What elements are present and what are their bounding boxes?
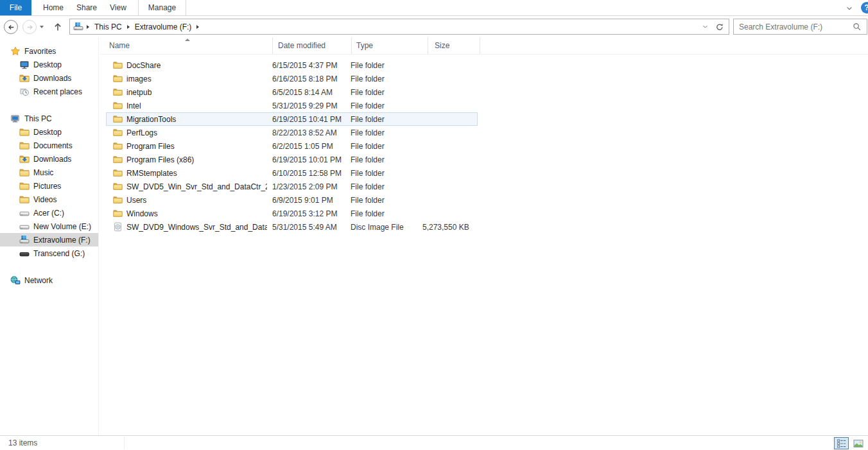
file-name: Program Files (x86) xyxy=(126,155,194,164)
folder-icon xyxy=(113,168,123,178)
file-row[interactable]: RMStemplates6/10/2015 12:58 PMFile folde… xyxy=(106,166,478,180)
sidebar-item-recent-places[interactable]: Recent places xyxy=(0,85,98,98)
file-date-modified: 6/15/2015 4:37 PM xyxy=(267,61,346,70)
file-name-cell: SW_DVD5_Win_Svr_Std_and_DataCtr_201... xyxy=(107,182,267,191)
file-name-cell: images xyxy=(107,74,267,83)
breadcrumb-item[interactable]: This PC xyxy=(91,22,126,31)
location-drive-icon xyxy=(73,22,83,32)
status-bar-divider xyxy=(124,437,125,449)
breadcrumb-separator-icon[interactable] xyxy=(127,25,130,29)
sidebar-item-new-volume-e-[interactable]: New Volume (E:) xyxy=(0,220,98,233)
file-row[interactable]: SW_DVD5_Win_Svr_Std_and_DataCtr_201...1/… xyxy=(106,180,478,193)
breadcrumb-separator-icon[interactable] xyxy=(196,25,199,29)
sidebar-item-extravolume-f-[interactable]: Extravolume (F:) xyxy=(0,233,98,247)
file-row[interactable]: Program Files (x86)6/19/2015 10:01 PMFil… xyxy=(106,153,478,166)
sidebar-item-downloads[interactable]: Downloads xyxy=(0,152,98,166)
tab-manage[interactable]: Manage xyxy=(138,0,186,15)
file-rows: DocShare6/15/2015 4:37 PMFile folderimag… xyxy=(100,58,868,234)
file-type: File folder xyxy=(346,101,422,110)
sidebar-item-downloads[interactable]: Downloads xyxy=(0,71,98,85)
refresh-icon[interactable] xyxy=(715,22,724,31)
file-name: RMStemplates xyxy=(126,169,177,178)
folder-icon xyxy=(113,155,123,164)
search-input[interactable] xyxy=(734,22,853,31)
address-dropdown-icon[interactable] xyxy=(702,23,709,30)
sidebar-section-favorites: FavoritesDesktopDownloadsRecent places xyxy=(0,44,98,98)
recent-locations-dropdown-icon[interactable] xyxy=(40,26,44,28)
sidebar-item-label: Favorites xyxy=(24,47,56,56)
breadcrumb-item[interactable]: Extravolume (F:) xyxy=(131,22,196,31)
thumbnails-view-button[interactable] xyxy=(851,437,865,449)
file-row[interactable]: MigrationTools6/19/2015 10:41 PMFile fol… xyxy=(106,112,478,126)
file-name: MigrationTools xyxy=(126,115,176,124)
sidebar-item-desktop[interactable]: Desktop xyxy=(0,58,98,71)
file-name: inetpub xyxy=(126,88,152,97)
file-type: Disc Image File xyxy=(346,223,422,232)
search-icon[interactable] xyxy=(853,22,862,31)
file-name: SW_DVD5_Win_Svr_Std_and_DataCtr_201... xyxy=(126,182,267,191)
sidebar-item-music[interactable]: Music xyxy=(0,166,98,179)
sidebar-item-label: Network xyxy=(24,276,53,285)
file-date-modified: 6/5/2015 8:14 AM xyxy=(267,88,346,97)
navigation-pane: FavoritesDesktopDownloadsRecent placesTh… xyxy=(0,37,99,435)
sidebar-item-transcend-g-[interactable]: Transcend (G:) xyxy=(0,247,98,260)
file-row[interactable]: Intel5/31/2015 9:29 PMFile folder xyxy=(106,99,478,112)
file-row[interactable]: SW_DVD9_Windows_Svr_Std_and_DataCt...5/3… xyxy=(106,220,478,234)
tab-share[interactable]: Share xyxy=(70,0,103,15)
column-header-type[interactable]: Type xyxy=(352,37,428,54)
tab-home[interactable]: Home xyxy=(37,0,70,15)
file-row[interactable]: images6/16/2015 8:18 PMFile folder xyxy=(106,72,478,85)
sidebar-item-this-pc[interactable]: This PC xyxy=(0,112,98,125)
file-name: images xyxy=(126,74,152,83)
sidebar-item-documents[interactable]: Documents xyxy=(0,139,98,152)
tab-view[interactable]: View xyxy=(103,0,133,15)
sidebar-item-pictures[interactable]: Pictures xyxy=(0,179,98,193)
file-row[interactable]: inetpub6/5/2015 8:14 AMFile folder xyxy=(106,85,478,99)
details-view-icon xyxy=(837,438,847,449)
file-date-modified: 8/22/2013 8:52 AM xyxy=(267,128,346,137)
disc-image-icon xyxy=(113,222,123,232)
file-row[interactable]: DocShare6/15/2015 4:37 PMFile folder xyxy=(106,58,478,72)
folder-icon xyxy=(113,101,123,110)
forward-button[interactable] xyxy=(22,20,37,34)
folder-icon xyxy=(19,141,30,151)
address-bar[interactable]: This PCExtravolume (F:) xyxy=(69,19,729,35)
file-row[interactable]: PerfLogs8/22/2013 8:52 AMFile folder xyxy=(106,126,478,139)
sidebar-item-label: This PC xyxy=(24,114,52,123)
column-header-date-modified[interactable]: Date modified xyxy=(273,37,352,54)
sidebar-item-network[interactable]: Network xyxy=(0,273,98,287)
file-name: Program Files xyxy=(126,142,175,151)
sidebar-item-label: Desktop xyxy=(33,128,62,137)
folder-icon xyxy=(113,141,123,151)
sidebar-item-label: Extravolume (F:) xyxy=(33,236,91,245)
sidebar-item-acer-c-[interactable]: Acer (C:) xyxy=(0,206,98,220)
details-view-button[interactable] xyxy=(834,437,849,449)
file-name: SW_DVD9_Windows_Svr_Std_and_DataCt... xyxy=(126,223,267,232)
sidebar-item-videos[interactable]: Videos xyxy=(0,193,98,206)
sidebar-item-label: New Volume (E:) xyxy=(33,222,91,231)
minimize-ribbon-icon[interactable] xyxy=(846,4,853,12)
file-date-modified: 5/31/2015 9:29 PM xyxy=(267,101,346,110)
sidebar-item-desktop[interactable]: Desktop xyxy=(0,125,98,139)
sort-ascending-icon xyxy=(185,39,190,41)
sidebar-section-this-pc: This PCDesktopDocumentsDownloadsMusicPic… xyxy=(0,112,98,260)
file-date-modified: 5/31/2015 5:49 AM xyxy=(267,223,346,232)
file-type: File folder xyxy=(346,196,422,205)
back-button[interactable] xyxy=(4,20,18,34)
breadcrumb-separator-icon[interactable] xyxy=(87,25,89,29)
file-row[interactable]: Program Files6/2/2015 1:05 PMFile folder xyxy=(106,139,478,153)
help-icon[interactable]: ? xyxy=(861,2,868,13)
column-header-size[interactable]: Size xyxy=(428,37,480,54)
file-row[interactable]: Users6/9/2015 9:01 PMFile folder xyxy=(106,193,478,207)
file-name: Windows xyxy=(126,209,158,218)
file-row[interactable]: Windows6/19/2015 3:12 PMFile folder xyxy=(106,207,478,220)
sidebar-item-favorites[interactable]: Favorites xyxy=(0,44,98,58)
sidebar-item-label: Desktop xyxy=(33,60,62,69)
file-name: Users xyxy=(126,196,146,205)
tab-file[interactable]: File xyxy=(0,0,31,15)
ribbon-tabs: HomeShareViewManage xyxy=(37,0,186,15)
up-button[interactable] xyxy=(51,20,65,34)
drive-icon xyxy=(19,208,30,218)
file-type: File folder xyxy=(346,209,422,218)
file-type: File folder xyxy=(346,115,422,124)
